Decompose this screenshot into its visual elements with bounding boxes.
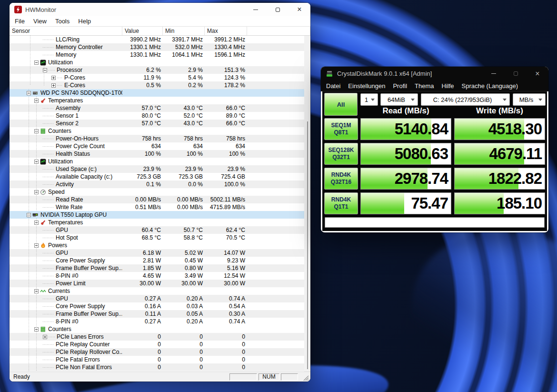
section-label: Temperatures xyxy=(48,219,83,226)
read-result-cell: 2978.74 xyxy=(360,168,451,190)
sensor-max: 0.30 A xyxy=(205,311,247,317)
expand-toggle-icon[interactable] xyxy=(51,83,56,88)
section-row[interactable]: Temperatures xyxy=(10,219,310,226)
read-value: 5140.84 xyxy=(395,119,448,140)
section-row[interactable]: Temperatures xyxy=(10,97,310,104)
value-row[interactable]: Activity0.1 %0.0 %100.0 % xyxy=(10,181,310,188)
sensor-max: 634 xyxy=(205,143,247,150)
temperature-icon xyxy=(40,220,46,226)
menu-sprache-language[interactable]: Sprache (Language) xyxy=(458,82,522,90)
expand-toggle-icon[interactable] xyxy=(43,335,47,339)
test-count-select[interactable]: 1 xyxy=(360,93,378,106)
sensor-min: 5.4 % xyxy=(163,74,205,81)
value-row[interactable]: GPU0.27 A0.20 A0.74 A xyxy=(10,295,310,302)
menu-tools[interactable]: Tools xyxy=(51,18,74,25)
value-row[interactable]: Memory Controller1330.1 MHz532.0 MHz1330… xyxy=(10,43,310,51)
value-row[interactable]: 8-PIN #04.65 W3.49 W12.54 W xyxy=(10,272,310,280)
vertical-scrollbar[interactable] xyxy=(304,36,310,372)
value-row[interactable]: Available Capacity (c:)725.3 GB725.3 GB7… xyxy=(10,173,310,181)
value-label: Memory xyxy=(56,51,76,58)
resize-grip[interactable] xyxy=(302,374,309,381)
value-row[interactable]: Assembly57.0 °C43.0 °C66.0 °C xyxy=(10,104,310,112)
value-row[interactable]: Write Rate0.51 MB/s0.00 MB/s4715.89 MB/s xyxy=(10,203,310,211)
section-row[interactable]: Counters xyxy=(10,325,310,333)
target-drive-select[interactable]: C: 24% (227/953GiB) xyxy=(421,93,510,106)
scrollbar-thumb[interactable] xyxy=(307,121,308,369)
value-row[interactable]: Hot Spot68.5 °C58.8 °C70.5 °C xyxy=(10,234,310,241)
value-row[interactable]: Power Cycle Count634634634 xyxy=(10,142,310,150)
test-button-rnd4k-q1t1[interactable]: RND4KQ1T1 xyxy=(324,192,358,214)
value-row[interactable]: PCIe Replay Rollover Co...000 xyxy=(10,348,310,356)
value-row[interactable]: Frame Buffer Power Sup...0.11 A0.05 A0.3… xyxy=(10,310,310,318)
value-row[interactable]: Health Status100 %100 %100 % xyxy=(10,150,310,158)
column-header-max[interactable]: Max xyxy=(205,27,247,35)
expand-toggle-icon[interactable] xyxy=(51,76,56,80)
write-result-cell: 185.10 xyxy=(454,192,545,214)
device-row[interactable]: NVIDIA T550 Laptop GPU xyxy=(10,211,310,219)
write-result-cell: 4679.11 xyxy=(454,143,545,165)
sensor-max: 0.54 A xyxy=(205,303,247,310)
value-row[interactable]: Core Power Supply0.16 A0.03 A0.54 A xyxy=(10,302,310,310)
maximize-button[interactable] xyxy=(505,67,527,80)
value-row[interactable]: PCIe Lanes Errors000 xyxy=(10,333,310,341)
column-header-sensor[interactable]: Sensor xyxy=(10,27,122,35)
sensor-name-cell: Available Capacity (c:) xyxy=(10,173,122,181)
maximize-button[interactable] xyxy=(267,3,288,16)
value-row[interactable]: Frame Buffer Power Sup...1.85 W0.80 W5.1… xyxy=(10,264,310,272)
section-row[interactable]: Counters xyxy=(10,127,310,135)
value-row[interactable]: Used Space (c:)23.9 %23.9 %23.9 % xyxy=(10,165,310,173)
value-row[interactable]: PCIe Non Fatal Errors000 xyxy=(10,363,310,371)
sensor-min: 58.8 °C xyxy=(163,234,205,241)
hwmonitor-titlebar[interactable]: HWMonitor × xyxy=(10,3,310,16)
sensor-max: 758 hrs xyxy=(205,135,247,142)
menu-help[interactable]: Help xyxy=(74,18,95,25)
device-row[interactable]: WD PC SN740 SDDQNQD-1T00-... xyxy=(10,89,310,97)
unit-select[interactable]: MB/s xyxy=(513,93,546,106)
value-row[interactable]: Processor6.2 %2.9 %151.3 % xyxy=(10,66,310,74)
value-row[interactable]: Sensor 257.0 °C43.0 °C66.0 °C xyxy=(10,120,310,127)
sensor-min: 52.0 °C xyxy=(163,112,205,119)
sensor-value: 0.16 A xyxy=(122,303,163,310)
value-row[interactable]: P-Cores11.9 %5.4 %124.3 % xyxy=(10,74,310,81)
menu-einstellungen[interactable]: Einstellungen xyxy=(344,82,389,90)
value-row[interactable]: Memory1330.1 MHz1064.1 MHz1596.1 MHz xyxy=(10,51,310,59)
value-row[interactable]: PCIe Replay Counter000 xyxy=(10,341,310,348)
menu-hilfe[interactable]: Hilfe xyxy=(438,82,458,90)
collapse-toggle-icon[interactable] xyxy=(34,60,39,65)
value-row[interactable]: Read Rate0.00 MB/s0.00 MB/s5002.11 MB/s xyxy=(10,196,310,203)
menu-file[interactable]: File xyxy=(10,18,29,25)
value-row[interactable]: 8-PIN #00.27 A0.20 A0.74 A xyxy=(10,318,310,325)
test-button-seq128k-q32t1[interactable]: SEQ128KQ32T1 xyxy=(324,143,358,165)
test-queue-label: Q8T1 xyxy=(334,129,348,136)
all-tests-button[interactable]: All xyxy=(324,93,358,116)
menu-view[interactable]: View xyxy=(29,18,51,25)
menu-datei[interactable]: Datei xyxy=(321,82,344,90)
section-row[interactable]: Powers xyxy=(10,241,310,249)
value-row[interactable]: LLC/Ring3990.2 MHz3391.7 MHz3991.2 MHz xyxy=(10,36,310,43)
minimize-button[interactable] xyxy=(245,3,267,16)
test-size-select[interactable]: 64MiB xyxy=(380,93,418,106)
comment-input[interactable] xyxy=(325,217,545,228)
test-button-seq1m-q8t1[interactable]: SEQ1MQ8T1 xyxy=(324,118,358,140)
value-row[interactable]: PCIe Fatal Errors000 xyxy=(10,356,310,363)
value-row[interactable]: E-Cores0.5 %0.2 %178.2 % xyxy=(10,81,310,89)
section-row[interactable]: Currents xyxy=(10,287,310,295)
menu-profil[interactable]: Profil xyxy=(389,82,411,90)
value-row[interactable]: GPU6.18 W5.02 W14.07 W xyxy=(10,249,310,257)
section-row[interactable]: Utilization xyxy=(10,158,310,165)
menu-thema[interactable]: Thema xyxy=(411,82,438,90)
column-header-min[interactable]: Min xyxy=(163,27,205,35)
value-row[interactable]: Power-On-Hours758 hrs758 hrs758 hrs xyxy=(10,135,310,142)
close-button[interactable]: × xyxy=(527,67,548,80)
cdm-titlebar[interactable]: CrystalDiskMark 9.0.1 x64 [Admin] × xyxy=(321,67,548,80)
test-button-rnd4k-q32t16[interactable]: RND4KQ32T16 xyxy=(324,168,358,190)
value-row[interactable]: GPU60.4 °C50.7 °C62.4 °C xyxy=(10,226,310,234)
column-header-value[interactable]: Value xyxy=(122,27,163,35)
value-row[interactable]: Sensor 180.0 °C52.0 °C89.0 °C xyxy=(10,112,310,120)
value-row[interactable]: Power Limit30.00 W30.00 W30.00 W xyxy=(10,280,310,287)
section-row[interactable]: Speed xyxy=(10,188,310,196)
minimize-button[interactable] xyxy=(483,67,505,80)
section-row[interactable]: Utilization xyxy=(10,59,310,66)
close-button[interactable]: × xyxy=(288,3,310,16)
value-row[interactable]: Core Power Supply2.81 W0.45 W9.23 W xyxy=(10,257,310,264)
